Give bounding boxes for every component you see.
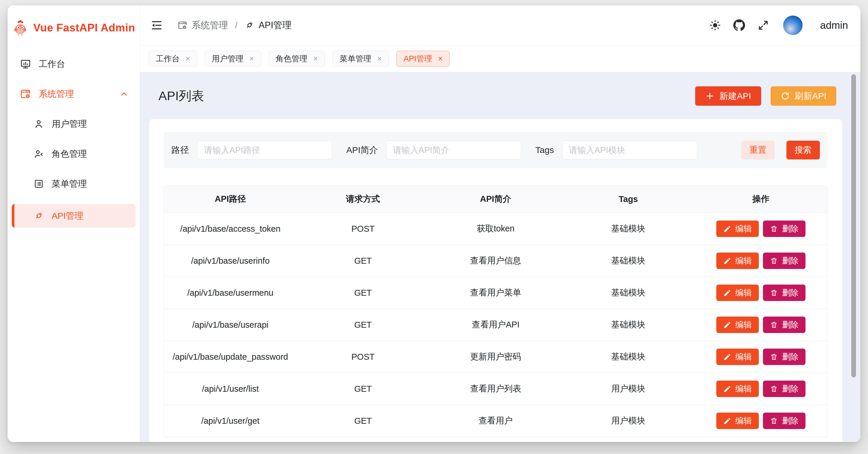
edit-button[interactable]: 编辑 (716, 253, 759, 269)
sidebar-item-menus[interactable]: 菜单管理 (12, 174, 135, 194)
breadcrumb: 系统管理 / API管理 (178, 19, 291, 31)
breadcrumb-item-api[interactable]: API管理 (244, 19, 291, 31)
cell-method: GET (297, 320, 429, 330)
edit-button[interactable]: 编辑 (716, 285, 759, 301)
summary-input[interactable] (386, 141, 521, 160)
edit-button[interactable]: 编辑 (716, 317, 759, 333)
delete-button[interactable]: 删除 (763, 380, 806, 397)
breadcrumb-item-system[interactable]: 系统管理 (178, 19, 228, 31)
theme-toggle-icon[interactable] (709, 19, 721, 31)
delete-label: 删除 (782, 287, 799, 299)
user-avatar[interactable] (783, 16, 803, 35)
delete-label: 删除 (782, 415, 799, 426)
chick-mascot-icon (12, 20, 28, 36)
pencil-icon (723, 417, 731, 425)
cell-tags: 基础模块 (562, 223, 694, 235)
api-table: API路径 请求方式 API简介 Tags 操作 /api/v1/base/ac… (164, 185, 828, 437)
close-icon[interactable]: × (377, 55, 382, 63)
column-header-method: 请求方式 (297, 193, 429, 205)
sidebar: Vue FastAPI Admin 工作台 (8, 5, 140, 442)
sidebar-item-api[interactable]: API管理 (12, 204, 135, 228)
app-logo[interactable]: Vue FastAPI Admin (8, 5, 140, 38)
close-icon[interactable]: × (249, 55, 254, 63)
tags-input[interactable] (562, 141, 697, 160)
delete-button[interactable]: 删除 (763, 253, 806, 269)
tab-label: API管理 (403, 53, 432, 64)
delete-label: 删除 (782, 351, 799, 362)
filter-path: 路径 (172, 141, 332, 160)
delete-button[interactable]: 删除 (763, 221, 806, 237)
trash-icon (770, 225, 778, 233)
edit-button[interactable]: 编辑 (716, 380, 759, 397)
search-button[interactable]: 搜索 (786, 141, 820, 160)
table-row: /api/v1/base/access_token POST 获取token 基… (164, 213, 827, 245)
sidebar-item-system[interactable]: 系统管理 (12, 84, 135, 104)
collapse-sidebar-icon[interactable] (151, 19, 163, 31)
close-icon[interactable]: × (185, 55, 190, 63)
delete-button[interactable]: 删除 (763, 317, 806, 333)
cell-tags: 用户模块 (562, 383, 694, 395)
api-list-card: 路径 API简介 Tags 重置 搜索 (149, 119, 842, 442)
cell-path: /api/v1/user/list (164, 384, 297, 394)
sidebar-submenu-system: 用户管理 角色管理 (12, 114, 135, 228)
tab-menus[interactable]: 菜单管理 × (333, 51, 389, 67)
edit-button[interactable]: 编辑 (716, 221, 759, 237)
tab-roles[interactable]: 角色管理 × (269, 51, 325, 67)
table-row: /api/v1/base/usermenu GET 查看用户菜单 基础模块 编辑… (164, 277, 827, 309)
fullscreen-icon[interactable] (757, 19, 769, 31)
delete-button[interactable]: 删除 (763, 348, 806, 365)
path-input[interactable] (197, 141, 332, 160)
edit-label: 编辑 (735, 287, 752, 299)
window-gear-icon (20, 88, 31, 100)
cell-method: GET (297, 288, 429, 298)
page-actions: 新建API 刷新API (695, 86, 836, 106)
cell-path: /api/v1/base/access_token (164, 224, 297, 234)
reset-button[interactable]: 重置 (741, 141, 775, 160)
content-area: API列表 新建API 刷新API (140, 72, 860, 442)
chevron-up-icon (120, 90, 128, 98)
cell-path: /api/v1/base/userinfo (164, 256, 297, 266)
cell-method: POST (297, 224, 429, 234)
github-icon[interactable] (733, 19, 745, 31)
delete-button[interactable]: 删除 (763, 413, 806, 429)
sidebar-item-users[interactable]: 用户管理 (12, 114, 135, 134)
delete-button[interactable]: 删除 (763, 285, 806, 301)
app-window: Vue FastAPI Admin 工作台 (8, 5, 860, 442)
breadcrumb-separator: / (234, 20, 239, 30)
edit-label: 编辑 (735, 255, 752, 266)
cell-method: GET (297, 256, 429, 266)
scrollbar[interactable] (851, 74, 856, 377)
trash-icon (770, 417, 778, 425)
edit-label: 编辑 (735, 223, 752, 234)
refresh-api-button[interactable]: 刷新API (771, 86, 836, 106)
cell-path: /api/v1/user/get (164, 416, 297, 426)
tab-users[interactable]: 用户管理 × (205, 51, 261, 67)
close-icon[interactable]: × (313, 55, 318, 63)
close-icon[interactable]: × (438, 55, 443, 63)
delete-label: 删除 (782, 255, 799, 266)
cell-method: GET (297, 416, 429, 426)
tab-label: 工作台 (156, 53, 180, 64)
create-api-button[interactable]: 新建API (695, 86, 761, 106)
page-title: API列表 (158, 87, 204, 105)
tab-label: 菜单管理 (340, 53, 371, 64)
tab-workbench[interactable]: 工作台 × (149, 51, 197, 67)
sidebar-item-workbench[interactable]: 工作台 (12, 54, 135, 74)
cell-path: /api/v1/base/userapi (164, 320, 297, 330)
breadcrumb-label: API管理 (258, 19, 291, 31)
summary-label: API简介 (346, 144, 378, 156)
edit-button[interactable]: 编辑 (716, 348, 759, 365)
edit-button[interactable]: 编辑 (716, 413, 759, 429)
cell-path: /api/v1/base/usermenu (164, 288, 297, 298)
sidebar-item-roles[interactable]: 角色管理 (12, 144, 135, 164)
cell-actions: 编辑 删除 (694, 348, 827, 365)
tab-api[interactable]: API管理 × (397, 51, 450, 67)
pencil-icon (723, 289, 731, 297)
column-header-actions: 操作 (694, 193, 827, 205)
tab-label: 角色管理 (276, 53, 308, 64)
breadcrumb-label: 系统管理 (192, 19, 228, 31)
tags-label: Tags (535, 145, 554, 155)
username[interactable]: admin (820, 19, 848, 31)
table-row: /api/v1/user/get GET 查看用户 用户模块 编辑 删除 (164, 405, 827, 437)
cell-tags: 基础模块 (562, 287, 694, 299)
